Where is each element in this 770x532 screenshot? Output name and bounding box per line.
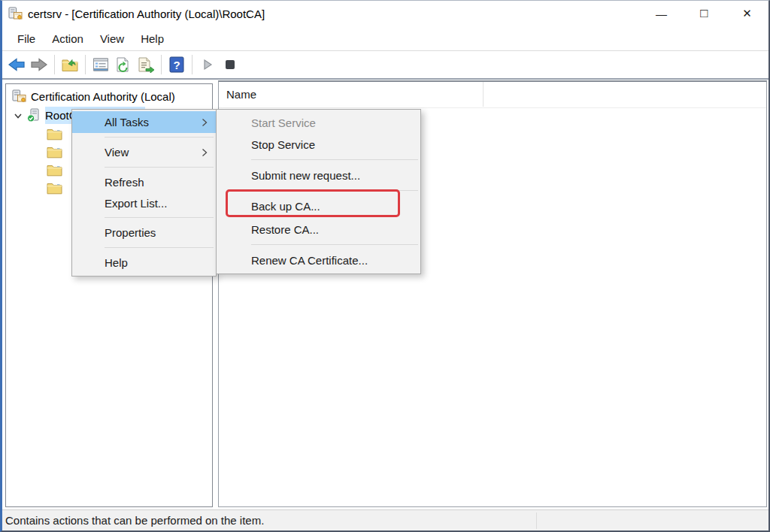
minimize-button[interactable]: — <box>640 1 683 26</box>
context-menu-item-refresh[interactable]: Refresh <box>72 171 216 192</box>
menu-item-label: All Tasks <box>105 116 149 128</box>
column-header-name[interactable]: Name <box>226 88 256 101</box>
status-bar: Contains actions that can be performed o… <box>2 509 768 530</box>
submenu-item-start-service: Start Service <box>217 111 420 134</box>
menu-bar: File Action View Help <box>2 26 768 51</box>
tree-node-folder-2[interactable] <box>47 144 62 161</box>
start-service-button[interactable] <box>196 53 219 76</box>
folder-icon <box>47 128 62 141</box>
menu-item-label: Refresh <box>105 176 144 189</box>
all-tasks-submenu: Start Service Stop Service Submit new re… <box>216 109 421 274</box>
menu-item-label: Start Service <box>251 116 316 129</box>
menu-separator <box>105 247 214 248</box>
menu-help[interactable]: Help <box>132 29 172 48</box>
menu-item-label: Back up CA... <box>251 200 320 213</box>
submenu-item-restore-ca[interactable]: Restore CA... <box>217 218 420 240</box>
menu-item-label: Properties <box>105 226 156 239</box>
chevron-down-icon[interactable] <box>14 111 23 120</box>
title-bar: certsrv - [Certification Authority (Loca… <box>2 1 768 26</box>
toolbar: ? <box>2 51 768 80</box>
refresh-button[interactable] <box>112 53 135 76</box>
status-text: Contains actions that can be performed o… <box>5 514 264 527</box>
folder-icon <box>47 146 62 159</box>
close-button[interactable]: ✕ <box>726 1 768 26</box>
svg-text:?: ? <box>173 59 180 71</box>
submenu-item-submit-new-request[interactable]: Submit new request... <box>217 164 420 186</box>
context-menu-item-all-tasks[interactable]: All Tasks <box>72 111 216 133</box>
menu-item-label: View <box>105 146 129 159</box>
menu-separator <box>105 167 214 168</box>
submenu-arrow-icon <box>202 118 208 127</box>
rootca-server-icon <box>27 108 41 122</box>
tree-node-folder-1[interactable] <box>47 125 62 143</box>
certification-authority-icon <box>12 89 26 104</box>
back-arrow-icon <box>8 56 26 73</box>
menu-item-label: Restore CA... <box>251 223 319 236</box>
refresh-icon <box>114 56 132 73</box>
context-menu-item-view[interactable]: View <box>72 141 216 163</box>
tree-node-folder-4[interactable] <box>47 180 62 197</box>
play-icon <box>201 58 214 71</box>
menu-action[interactable]: Action <box>44 29 92 48</box>
tree-node-certification-authority[interactable]: Certification Authority (Local) <box>12 88 175 105</box>
properties-button[interactable] <box>89 53 112 76</box>
show-console-tree-button[interactable] <box>59 53 81 76</box>
stop-service-button[interactable] <box>219 53 241 76</box>
menu-separator <box>251 159 418 160</box>
context-menu-item-help[interactable]: Help <box>72 252 216 274</box>
certsrv-app-icon <box>8 7 23 21</box>
context-menu-item-export-list[interactable]: Export List... <box>72 192 216 213</box>
context-menu: All Tasks View Refresh Export List... Pr… <box>71 109 217 277</box>
status-bar-divider <box>536 512 537 529</box>
menu-separator <box>105 137 214 138</box>
menu-item-label: Stop Service <box>251 138 315 151</box>
window-controls: — □ ✕ <box>640 1 768 26</box>
submenu-item-renew-ca-certificate[interactable]: Renew CA Certificate... <box>217 249 420 271</box>
tree-node-folder-3[interactable] <box>47 162 62 179</box>
menu-item-label: Export List... <box>105 197 167 210</box>
menu-separator <box>251 190 418 191</box>
toolbar-separator <box>192 55 192 74</box>
export-list-button[interactable] <box>135 53 157 76</box>
folder-up-icon <box>61 56 79 73</box>
export-list-icon <box>137 56 155 73</box>
toolbar-separator <box>54 55 55 74</box>
submenu-item-back-up-ca[interactable]: Back up CA... <box>217 195 420 218</box>
menu-view[interactable]: View <box>92 29 132 48</box>
stop-icon <box>223 58 237 71</box>
menu-separator <box>251 244 418 245</box>
tree-root-label: Certification Authority (Local) <box>31 90 175 103</box>
folder-icon <box>47 182 62 195</box>
toolbar-separator <box>161 55 162 74</box>
submenu-item-stop-service[interactable]: Stop Service <box>217 134 420 156</box>
menu-separator <box>105 217 214 218</box>
list-header: Name <box>219 82 766 108</box>
menu-file[interactable]: File <box>9 29 44 48</box>
menu-item-label: Renew CA Certificate... <box>251 254 368 267</box>
help-icon: ? <box>168 56 185 73</box>
context-menu-item-properties[interactable]: Properties <box>72 222 216 243</box>
folder-icon <box>47 164 62 177</box>
forward-arrow-icon <box>30 56 48 73</box>
menu-item-label: Submit new request... <box>251 169 360 182</box>
column-divider[interactable] <box>483 82 484 107</box>
forward-button[interactable] <box>28 53 50 76</box>
properties-icon <box>92 56 110 73</box>
window-title: certsrv - [Certification Authority (Loca… <box>28 8 265 20</box>
help-button[interactable]: ? <box>165 53 188 76</box>
maximize-button[interactable]: □ <box>683 1 726 26</box>
menu-item-label: Help <box>105 256 128 269</box>
toolbar-separator <box>85 55 86 74</box>
submenu-arrow-icon <box>202 148 208 157</box>
back-button[interactable] <box>5 53 28 76</box>
